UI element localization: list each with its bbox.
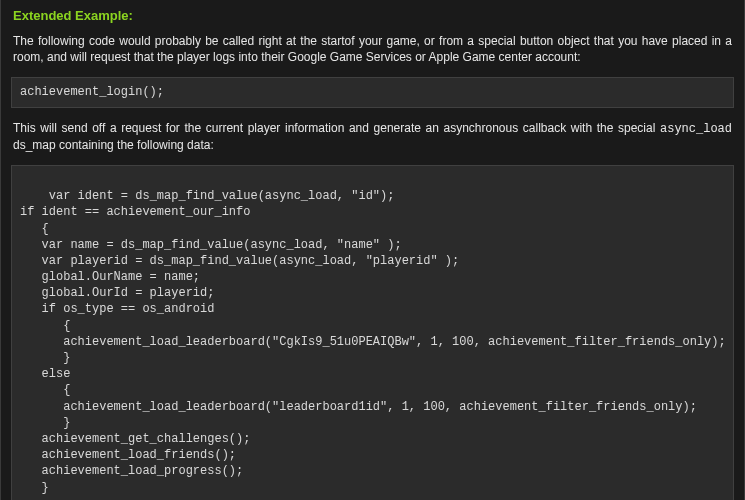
section-heading: Extended Example: xyxy=(1,0,744,29)
code-block-2-content: var ident = ds_map_find_value(async_load… xyxy=(20,189,726,494)
code-block-1: achievement_login(); xyxy=(11,77,734,107)
inline-code-async-load: async_load xyxy=(660,122,732,136)
paragraph-1: The following code would probably be cal… xyxy=(1,29,744,73)
document-panel: Extended Example: The following code wou… xyxy=(0,0,745,500)
para2-pre: This will send off a request for the cur… xyxy=(13,121,660,135)
paragraph-2: This will send off a request for the cur… xyxy=(1,116,744,161)
watermark-label: before xyxy=(631,492,719,500)
para2-post: ds_map containing the following data: xyxy=(13,138,214,152)
code-block-2: var ident = ds_map_find_value(async_load… xyxy=(11,165,734,500)
